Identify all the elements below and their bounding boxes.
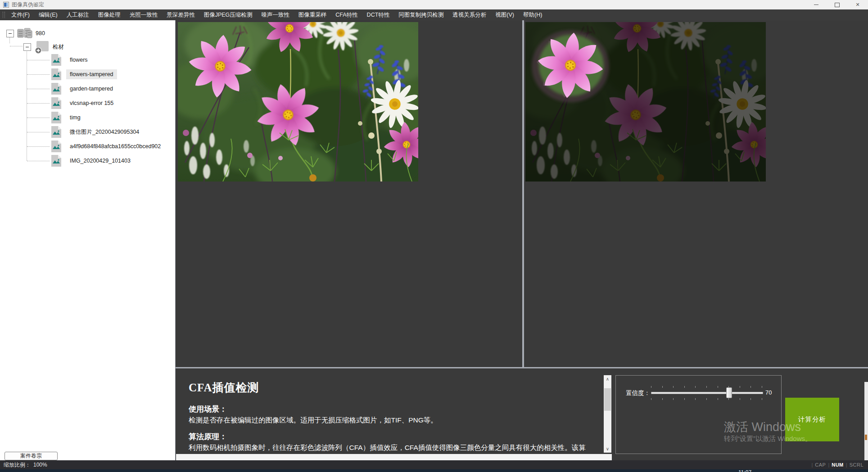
tree-item-label: vlcsnap-error 155 — [66, 98, 117, 108]
tree-item-label: flowers — [66, 55, 91, 65]
indicator-cap: CAP — [815, 462, 826, 467]
tree-item-label: 微信图片_20200429095304 — [66, 127, 143, 138]
title-bar: 图像真伪鉴定 ✕ — [0, 0, 868, 9]
tree-connector — [27, 118, 50, 118]
menu-item-8[interactable]: 图像重采样 — [294, 9, 331, 20]
menu-item-14[interactable]: 帮助(H) — [519, 9, 547, 20]
tree-connector — [27, 60, 50, 60]
windows-activation-watermark: 激活 Windows — [724, 419, 801, 435]
taskbar-sliver: 11:07 — [0, 469, 868, 472]
right-edge-scrollbar[interactable] — [864, 382, 868, 460]
tree-item[interactable]: IMG_20200429_101403 — [0, 154, 175, 168]
image-file-icon — [50, 68, 62, 81]
tree-connector — [10, 46, 23, 46]
menu-item-11[interactable]: 同图复制拷贝检测 — [394, 9, 448, 20]
menu-item-13[interactable]: 视图(V) — [491, 9, 519, 20]
menu-item-10[interactable]: DCT特性 — [362, 9, 394, 20]
collapse-toggle-icon[interactable] — [23, 43, 31, 51]
tab-case-file[interactable]: 案件卷宗 — [5, 452, 58, 460]
confidence-slider[interactable] — [651, 385, 762, 403]
section-heading: 算法原理： — [189, 431, 589, 442]
tree-item-label: timg — [66, 113, 84, 123]
tree-item[interactable]: vlcsnap-error 155 — [0, 96, 175, 110]
analysis-image-viewport[interactable] — [525, 22, 766, 182]
tree-item[interactable]: flowers — [0, 53, 175, 67]
tree-item[interactable]: a4f9d684f848afcba1655cc0bced902 — [0, 139, 175, 154]
algorithm-title: CFA插值检测 — [189, 380, 589, 395]
slider-track[interactable] — [651, 392, 763, 394]
maximize-icon — [835, 3, 840, 7]
menu-bar: 文件(F)编辑(E)人工标注图像处理光照一致性景深差异性图像JPEG压缩检测噪声… — [0, 9, 868, 20]
sidebar-tab-strip: 案件卷宗 — [0, 452, 175, 460]
description-hscrollbar[interactable] — [176, 454, 612, 460]
tree-item[interactable]: 微信图片_20200429095304 — [0, 125, 175, 139]
tree-item[interactable]: flowers-tampered — [0, 67, 175, 82]
indicator-separator: | — [846, 462, 847, 467]
scroll-down-icon[interactable]: ∨ — [604, 445, 611, 453]
menu-item-7[interactable]: 噪声一致性 — [257, 9, 294, 20]
image-file-icon — [50, 96, 62, 110]
indicator-separator: | — [828, 462, 829, 467]
tree-group-evidence[interactable]: 检材 — [23, 40, 64, 54]
menu-item-5[interactable]: 景深差异性 — [162, 9, 199, 20]
menu-item-6[interactable]: 图像JPEG压缩检测 — [199, 9, 257, 20]
zoom-ratio-value: 100% — [33, 462, 47, 468]
menu-item-3[interactable]: 图像处理 — [94, 9, 125, 20]
detail-sections: 使用场景：检测是否存在被编辑过的图像区域。适用于无损压缩格式图片，如TIF、PN… — [189, 404, 589, 454]
toolbar-grip-icon — [3, 12, 5, 18]
analysis-result-photo — [525, 22, 766, 182]
section-body: 检测是否存在被编辑过的图像区域。适用于无损压缩格式图片，如TIF、PNG等。 — [189, 415, 589, 425]
slider-thumb[interactable] — [726, 387, 732, 398]
scroll-up-icon[interactable]: ∧ — [604, 375, 611, 383]
viewport-splitter[interactable] — [522, 20, 524, 367]
menu-item-1[interactable]: 编辑(E) — [34, 9, 62, 20]
tree-connector — [27, 103, 50, 104]
minimize-icon — [814, 5, 818, 5]
menu-item-9[interactable]: CFA特性 — [331, 9, 362, 20]
confidence-label: 置信度： — [626, 389, 650, 397]
original-image-viewport[interactable] — [178, 22, 418, 182]
case-tree-panel: 980 检材 flowersflowers-tamperedgarden-tam… — [0, 20, 176, 460]
zoom-ratio-label: 缩放比例： — [4, 461, 31, 469]
case-archive-icon — [17, 28, 32, 39]
tree-item-label: a4f9d684f848afcba1655cc0bced902 — [66, 141, 164, 151]
tree-connector — [27, 74, 50, 75]
section-body: 利用数码相机拍摄图象时，往往存在彩色滤波阵列（CFA）插值效应，CFA插值使得图… — [189, 442, 589, 454]
tree-item-label: garden-tampered — [66, 84, 117, 94]
tree-connector — [27, 132, 50, 132]
tree-item[interactable]: garden-tampered — [0, 82, 175, 96]
evidence-folder-icon — [34, 40, 50, 54]
close-button[interactable]: ✕ — [847, 0, 868, 9]
tree-connector — [27, 89, 50, 89]
tree-root-label: 980 — [36, 30, 45, 36]
image-file-icon — [50, 111, 62, 124]
maximize-button[interactable] — [827, 0, 847, 9]
case-tree: 980 检材 flowersflowers-tamperedgarden-tam… — [0, 20, 175, 460]
scrollbar-thumb[interactable] — [604, 388, 611, 411]
status-bar: 缩放比例： 100% |CAP|NUM|SCRL — [0, 460, 868, 469]
minimize-button[interactable] — [806, 0, 827, 9]
image-file-icon — [50, 125, 62, 139]
menu-item-12[interactable]: 透视关系分析 — [448, 9, 491, 20]
tree-item-label: flowers-tampered — [66, 69, 117, 79]
description-scrollbar[interactable]: ∧ ∨ — [604, 375, 611, 453]
taskbar-clock: 11:07 — [738, 469, 751, 472]
section-heading: 使用场景： — [189, 404, 589, 415]
tree-connector — [27, 161, 50, 161]
slider-ticks-bottom — [651, 398, 762, 400]
tree-root-case[interactable]: 980 — [6, 28, 45, 39]
tree-connector — [27, 146, 50, 147]
menu-item-0[interactable]: 文件(F) — [7, 9, 34, 20]
image-file-icon — [50, 82, 62, 95]
original-photo — [178, 22, 418, 182]
menu-item-2[interactable]: 人工标注 — [62, 9, 94, 20]
menu-item-4[interactable]: 光照一致性 — [125, 9, 163, 20]
tree-item-label: IMG_20200429_101403 — [66, 156, 134, 166]
image-file-icon — [50, 53, 62, 67]
indicator-num: NUM — [832, 462, 844, 467]
confidence-value: 70 — [765, 389, 772, 396]
app-icon — [3, 2, 9, 8]
tree-item[interactable]: timg — [0, 110, 175, 125]
collapse-toggle-icon[interactable] — [6, 30, 14, 37]
indicator-separator: | — [811, 462, 813, 467]
